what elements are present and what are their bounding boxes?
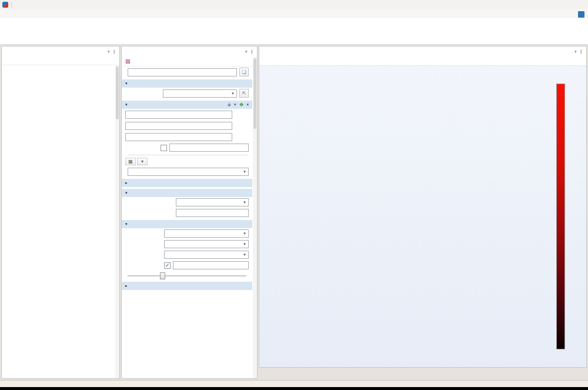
panel-menu-icons[interactable]: ▾ ∥ xyxy=(245,49,254,54)
settings-scrollbar[interactable] xyxy=(253,57,257,378)
graphics-toolbar xyxy=(259,56,586,65)
panel-menu-icons[interactable]: ▾ ∥ xyxy=(574,49,583,54)
plot-button[interactable]: ▨ xyxy=(122,58,257,66)
slider-thumb[interactable] xyxy=(160,272,165,279)
chevron-down-icon[interactable]: ▾ xyxy=(234,102,236,107)
label-input[interactable] xyxy=(128,68,237,76)
collapse-icon: ▾ xyxy=(125,191,128,195)
help-button[interactable] xyxy=(578,11,584,18)
dataset-dropdown[interactable]: ▼ xyxy=(163,89,237,98)
settings-panel: ▾ ∥ ▨ ❏ ▾ ▼ xyxy=(121,46,258,379)
expand-icon: ▸ xyxy=(125,181,128,185)
tree-scrollbar[interactable] xyxy=(115,65,119,378)
section-inherit-style[interactable]: ▸ xyxy=(122,282,252,290)
section-expression[interactable]: ▾ +▾ ❖▾ xyxy=(122,101,252,109)
parameters-group xyxy=(122,153,252,156)
ribbon xyxy=(0,18,588,45)
console-tabs xyxy=(259,369,587,379)
section-data[interactable]: ▾ xyxy=(122,79,252,88)
colorbar xyxy=(556,84,565,349)
scale-factor-slider[interactable] xyxy=(128,272,246,280)
chevron-down-icon: ▼ xyxy=(243,232,246,235)
divider xyxy=(11,2,12,8)
arrow-type-dropdown[interactable]: ▼ xyxy=(164,229,249,238)
description-input[interactable] xyxy=(169,144,249,152)
app-icon xyxy=(2,2,8,8)
collapse-icon: ▾ xyxy=(125,102,128,107)
main-area: ▾ ∥ ▾ ∥ ▨ ❏ xyxy=(0,45,588,380)
go-to-source-button[interactable]: ⇱ xyxy=(239,89,249,98)
collapse-icon: ▾ xyxy=(125,222,128,226)
expression-presets-button[interactable]: ❖ xyxy=(239,102,243,108)
model-builder-panel: ▾ ∥ xyxy=(1,46,120,379)
comsol-window: ▾ ∥ ▾ ∥ ▨ ❏ xyxy=(0,0,588,390)
section-title[interactable]: ▸ xyxy=(122,179,252,187)
number-of-arrows-input[interactable] xyxy=(176,209,249,217)
table-settings-dropdown[interactable]: ▾ xyxy=(137,158,148,165)
screen-edge xyxy=(0,387,588,390)
components-dropdown[interactable]: ▼ xyxy=(128,168,249,176)
title-bar xyxy=(0,0,588,9)
x-component-input[interactable] xyxy=(125,111,232,119)
chevron-down-icon: ▼ xyxy=(243,201,246,204)
section-coloring-and-style[interactable]: ▾ xyxy=(122,220,252,228)
settings-body: ❏ ▾ ▼ ⇱ ▾ +▾ xyxy=(122,66,257,378)
model-tree xyxy=(2,65,119,378)
collapse-icon: ▾ xyxy=(125,81,128,86)
quick-access-toolbar xyxy=(1,2,15,8)
z-component-input[interactable] xyxy=(125,133,232,141)
chevron-down-icon[interactable]: ▾ xyxy=(246,102,249,107)
table-settings-button[interactable]: ▦ xyxy=(125,158,136,165)
status-bar xyxy=(0,380,588,387)
description-checkbox[interactable] xyxy=(161,145,167,151)
y-component-input[interactable] xyxy=(125,122,232,130)
chevron-down-icon: ▼ xyxy=(243,170,246,174)
add-expression-button[interactable]: + xyxy=(227,101,230,108)
arrow-base-dropdown[interactable]: ▼ xyxy=(164,251,249,259)
graphics-canvas[interactable] xyxy=(259,65,586,367)
placement-dropdown[interactable]: ▼ xyxy=(176,198,249,206)
section-arrow-positioning[interactable]: ▾ xyxy=(122,189,252,197)
graphics-column: ▾ ∥ xyxy=(259,46,587,379)
model-builder-toolbar xyxy=(2,56,119,65)
beam-scene xyxy=(259,66,586,367)
chevron-down-icon: ▼ xyxy=(231,92,235,95)
panel-menu-icons[interactable]: ▾ ∥ xyxy=(108,49,116,54)
expand-icon: ▸ xyxy=(125,284,128,288)
plot-icon: ▨ xyxy=(125,58,131,64)
arrow-length-dropdown[interactable]: ▼ xyxy=(164,240,249,248)
graphics-panel: ▾ ∥ xyxy=(259,46,587,368)
rename-button[interactable]: ❏ xyxy=(239,68,249,76)
chevron-down-icon: ▼ xyxy=(243,242,246,246)
chevron-down-icon: ▼ xyxy=(243,253,246,256)
ribbon-tab-row xyxy=(0,9,588,18)
scale-factor-checkbox[interactable]: ✓ xyxy=(164,262,171,269)
scale-factor-input[interactable] xyxy=(173,261,249,269)
